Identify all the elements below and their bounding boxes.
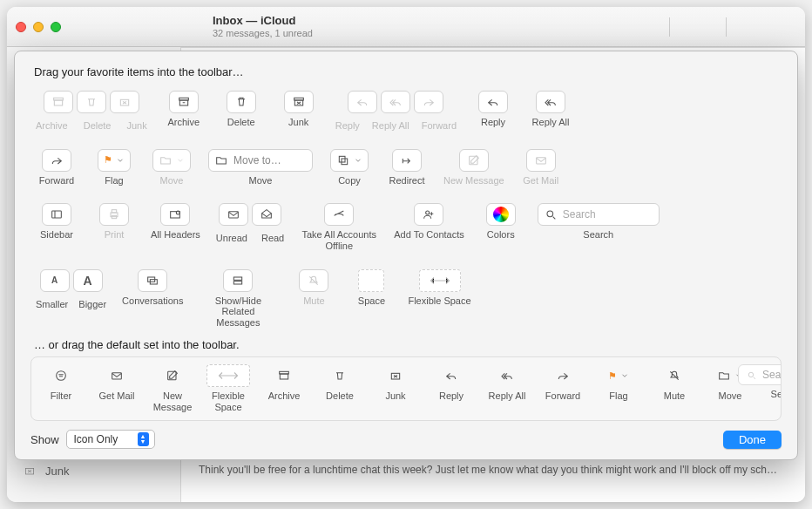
default-search: SearchSearch [765, 364, 782, 400]
default-junk: Junk [375, 364, 416, 402]
forward-icon[interactable] [414, 91, 443, 113]
svg-point-40 [748, 372, 753, 377]
palette-print-dim[interactable]: Print [93, 203, 135, 251]
default-archive: Archive [263, 364, 305, 402]
palette-archive-group-dim: Archive Delete Junk [36, 91, 147, 132]
palette-sidebar[interactable]: Sidebar [36, 203, 78, 251]
done-button[interactable]: Done [723, 431, 782, 449]
customize-toolbar-sheet: Drag your favorite items into the toolba… [14, 51, 798, 460]
default-filter: Filter [40, 364, 82, 402]
svg-rect-33 [234, 281, 242, 283]
show-label: Show [30, 433, 59, 446]
palette-all-headers[interactable]: All Headers [151, 203, 200, 251]
palette-new-message-dim[interactable]: New Message [443, 149, 504, 187]
default-mute: Mute [653, 364, 695, 402]
svg-rect-23 [112, 210, 116, 213]
space-icon [358, 269, 384, 292]
fullscreen-window-button[interactable] [51, 22, 61, 32]
sheet-footer: Show Icon Only ▲▼ Done [30, 421, 782, 449]
svg-point-29 [547, 211, 553, 217]
toolbar-items-palette: Archive Delete Junk Archive Delete Junk … [30, 87, 782, 331]
traffic-lights [16, 22, 61, 32]
default-flexible-space: Flexible Space [207, 364, 249, 412]
palette-space[interactable]: Space [350, 269, 392, 329]
window-subtitle: 32 messages, 1 unread [213, 28, 313, 39]
palette-copy[interactable]: Copy [328, 149, 370, 187]
palette-junk[interactable]: Junk [278, 91, 320, 132]
palette-move-to[interactable]: Move to…Move [208, 149, 313, 187]
palette-take-offline[interactable]: Take All Accounts Offline [300, 203, 378, 251]
palette-smaller-bigger: A A Smaller Bigger [36, 269, 106, 329]
toolbar-separator [669, 17, 670, 37]
palette-search[interactable]: SearchSearch [538, 203, 660, 251]
default-get-mail: Get Mail [96, 364, 138, 402]
svg-rect-27 [229, 212, 239, 218]
read-icon[interactable] [252, 203, 281, 226]
svg-rect-38 [280, 374, 288, 379]
palette-flag[interactable]: ⚑Flag [93, 149, 135, 187]
title-stack: Inbox — iCloud 32 messages, 1 unread [213, 15, 313, 39]
close-window-button[interactable] [16, 22, 26, 32]
archive-icon[interactable] [44, 91, 73, 113]
junk-icon[interactable] [110, 91, 139, 113]
palette-show-hide-related[interactable]: Show/Hide Related Messages [199, 269, 277, 329]
palette-move-dim[interactable]: Move [151, 149, 193, 187]
default-new-message: New Message [152, 364, 193, 412]
palette-colors[interactable]: Colors [480, 203, 522, 251]
default-flag: ⚑Flag [598, 364, 639, 402]
default-forward: Forward [542, 364, 584, 402]
reply-all-icon[interactable] [381, 91, 410, 113]
sheet-instruction-default: … or drag the default set into the toolb… [34, 338, 782, 351]
palette-add-contacts[interactable]: Add To Contacts [394, 203, 464, 251]
smaller-icon[interactable]: A [40, 269, 70, 292]
bigger-icon[interactable]: A [73, 269, 103, 292]
minimize-window-button[interactable] [33, 22, 44, 32]
svg-rect-20 [536, 157, 545, 163]
palette-delete[interactable]: Delete [220, 91, 262, 132]
palette-get-mail-dim[interactable]: Get Mail [520, 149, 562, 187]
palette-redirect[interactable]: Redirect [386, 149, 428, 187]
window-title: Inbox — iCloud [213, 15, 313, 28]
palette-conversations[interactable]: Conversations [122, 269, 183, 329]
colors-icon [493, 207, 509, 222]
svg-rect-18 [342, 159, 348, 165]
sidebar-item-junk[interactable]: Junk [7, 460, 180, 481]
palette-archive[interactable]: Archive [163, 91, 205, 132]
svg-rect-21 [52, 211, 62, 218]
palette-flexible-space[interactable]: Flexible Space [408, 269, 470, 329]
palette-forward[interactable]: Forward [36, 149, 78, 187]
default-delete: Delete [319, 364, 361, 402]
unread-icon[interactable] [219, 203, 248, 226]
palette-reply-all[interactable]: Reply All [530, 91, 572, 132]
svg-point-34 [57, 371, 66, 381]
trash-icon[interactable] [77, 91, 106, 113]
default-reply-all: Reply All [486, 364, 528, 402]
svg-rect-32 [234, 277, 242, 280]
palette-reply[interactable]: Reply [472, 91, 514, 132]
sidebar-item-label: Junk [45, 465, 69, 478]
svg-rect-17 [339, 156, 345, 162]
palette-mute-dim[interactable]: Mute [293, 269, 335, 329]
show-mode-select[interactable]: Icon Only ▲▼ [66, 430, 155, 449]
flexible-space-icon [419, 269, 461, 292]
svg-rect-35 [112, 373, 122, 379]
default-toolbar-set[interactable]: Filter Get Mail New Message Flexible Spa… [30, 356, 782, 420]
palette-reply-group-dim: Reply Reply All Forward [335, 91, 457, 132]
default-reply: Reply [430, 364, 472, 402]
toolbar-separator [726, 17, 727, 37]
reply-icon[interactable] [348, 91, 377, 113]
preview-body: Think you'll be free for a lunchtime cha… [199, 464, 788, 476]
sheet-instruction: Drag your favorite items into the toolba… [34, 65, 782, 78]
palette-unread-read: Unread Read [216, 203, 284, 251]
svg-point-28 [426, 211, 430, 214]
main-toolbar [655, 17, 796, 37]
chevron-updown-icon: ▲▼ [138, 432, 149, 446]
svg-rect-11 [54, 100, 62, 105]
titlebar: Inbox — iCloud 32 messages, 1 unread [7, 7, 805, 47]
mail-main-window: Inbox — iCloud 32 messages, 1 unread Sen… [7, 7, 805, 502]
